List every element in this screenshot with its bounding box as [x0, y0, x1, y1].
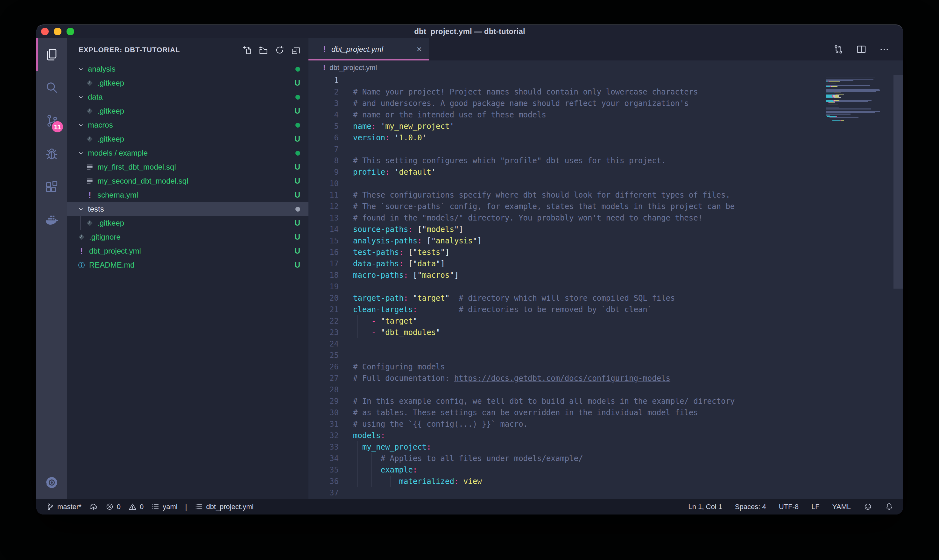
- collapse-folders-button[interactable]: [291, 45, 301, 55]
- new-file-button[interactable]: [242, 45, 252, 55]
- code-line-26[interactable]: 26# Configuring models: [308, 361, 903, 372]
- code-line-23[interactable]: 23 - "dbt_modules": [308, 327, 903, 338]
- status-problems-errors[interactable]: 0: [105, 502, 121, 511]
- code-line-20[interactable]: 20target-path: "target" # directory whic…: [308, 292, 903, 304]
- code-line-31[interactable]: 31# using the `{{ config(...) }}` macro.: [308, 418, 903, 430]
- code-line-32[interactable]: 32models:: [308, 430, 903, 441]
- code-line-11[interactable]: 11# These configurations specify where d…: [308, 189, 903, 201]
- indent-guide: [390, 476, 391, 487]
- new-folder-button[interactable]: [259, 45, 268, 55]
- tree-item-data[interactable]: data: [67, 90, 308, 104]
- code-line-1[interactable]: 1: [308, 75, 903, 86]
- tree-item-my-first-dbt-model-sql[interactable]: my_first_dbt_model.sqlU: [67, 160, 308, 174]
- code-line-16[interactable]: 16test-paths: ["tests"]: [308, 246, 903, 258]
- code-line-17[interactable]: 17data-paths: ["data"]: [308, 258, 903, 269]
- git-branch-icon: [46, 502, 54, 511]
- code-line-28[interactable]: 28: [308, 384, 903, 395]
- refresh-explorer-button[interactable]: [275, 45, 285, 55]
- tree-item-dbt-project-yml[interactable]: !dbt_project.ymlU: [67, 244, 308, 258]
- status-problems-warnings[interactable]: 0: [128, 502, 143, 511]
- status-publish-changes[interactable]: [89, 502, 98, 511]
- status-cursor-position[interactable]: Ln 1, Col 1: [688, 503, 722, 511]
- code-line-13[interactable]: 13# found in the "models/" directory. Yo…: [308, 212, 903, 224]
- code-line-36[interactable]: 36 materialized: view: [308, 476, 903, 487]
- code-line-25[interactable]: 25: [308, 350, 903, 361]
- status-encoding[interactable]: UTF-8: [779, 503, 799, 511]
- code-line-37[interactable]: 37: [308, 487, 903, 498]
- code-line-30[interactable]: 30# as tables. These settings can be ove…: [308, 407, 903, 418]
- code-line-34[interactable]: 34 # Applies to all files under models/e…: [308, 453, 903, 464]
- zoom-window-button[interactable]: [66, 28, 74, 35]
- status-notifications[interactable]: [885, 502, 893, 511]
- tree-item-schema-yml[interactable]: !schema.ymlU: [67, 188, 308, 202]
- minimap-line: [826, 78, 875, 78]
- activitybar-item-source-control[interactable]: 11: [36, 104, 67, 137]
- minimize-window-button[interactable]: [54, 28, 62, 35]
- code-line-19[interactable]: 19: [308, 281, 903, 292]
- code-line-8[interactable]: 8# This setting configures which "profil…: [308, 155, 903, 166]
- code-line-6[interactable]: 6version: '1.0.0': [308, 132, 903, 143]
- git-status-dot: [296, 95, 300, 100]
- explorer-sidebar: EXPLORER: DBT-TUTORIAL analysis.gitkeepU…: [67, 38, 308, 499]
- git-status-dot: [296, 151, 300, 155]
- code-line-3[interactable]: 3# and underscores. A good package name …: [308, 98, 903, 109]
- code-line-5[interactable]: 5name: 'my_new_project': [308, 121, 903, 132]
- tree-item-macros[interactable]: macros: [67, 118, 308, 132]
- code-line-33[interactable]: 33 my_new_project:: [308, 441, 903, 453]
- status-indentation[interactable]: Spaces: 4: [735, 503, 766, 511]
- tree-item-tests[interactable]: tests: [67, 202, 308, 216]
- yaml-warning-icon: !: [80, 246, 83, 255]
- status-language-mode[interactable]: YAML: [832, 503, 851, 511]
- tree-item-gitignore[interactable]: .gitignoreU: [67, 230, 308, 244]
- open-changes-button[interactable]: [833, 44, 844, 55]
- code-line-35[interactable]: 35 example:: [308, 464, 903, 476]
- breadcrumb[interactable]: ! dbt_project.yml: [308, 60, 903, 75]
- code-line-24[interactable]: 24: [308, 338, 903, 350]
- split-editor-button[interactable]: [856, 44, 867, 55]
- code-line-27[interactable]: 27# Full documentation: https://docs.get…: [308, 372, 903, 384]
- code-line-12[interactable]: 12# The `source-paths` config, for examp…: [308, 201, 903, 212]
- status-linter-yaml[interactable]: yaml: [151, 502, 177, 511]
- code-line-10[interactable]: 10: [308, 178, 903, 189]
- yaml-warning-icon: !: [88, 191, 91, 200]
- tab-dbt-project-yml[interactable]: ! dbt_project.yml ×: [308, 38, 429, 60]
- activitybar-item-debug[interactable]: [36, 137, 67, 170]
- code-line-7[interactable]: 7: [308, 143, 903, 155]
- status-git-branch-indicator[interactable]: master*: [46, 502, 82, 511]
- status-end-of-line[interactable]: LF: [811, 503, 820, 511]
- code-line-22[interactable]: 22 - "target": [308, 315, 903, 327]
- activitybar-item-settings[interactable]: [36, 466, 67, 499]
- more-actions-button[interactable]: [879, 44, 890, 55]
- line-number: 23: [308, 328, 339, 337]
- status-active-file[interactable]: dbt_project.yml: [194, 502, 253, 511]
- code-editor[interactable]: 12# Name your project! Project names sho…: [308, 75, 903, 499]
- tree-item-my-second-dbt-model-sql[interactable]: my_second_dbt_model.sqlU: [67, 174, 308, 188]
- code-line-18[interactable]: 18macro-paths: ["macros"]: [308, 269, 903, 281]
- status-feedback[interactable]: [864, 502, 872, 511]
- tree-item-gitkeep[interactable]: .gitkeepU: [67, 132, 308, 146]
- activitybar-item-extensions[interactable]: [36, 170, 67, 203]
- close-tab-icon[interactable]: ×: [412, 45, 422, 54]
- breadcrumb-item-file[interactable]: dbt_project.yml: [329, 64, 377, 72]
- activitybar-item-explorer[interactable]: [36, 38, 67, 71]
- code-line-21[interactable]: 21clean-targets: # directories to be rem…: [308, 304, 903, 315]
- tree-item-gitkeep[interactable]: .gitkeepU: [67, 76, 308, 90]
- code-line-29[interactable]: 29# In this example config, we tell dbt …: [308, 395, 903, 407]
- tree-item-gitkeep[interactable]: .gitkeepU: [67, 104, 308, 118]
- activitybar-item-docker[interactable]: [36, 203, 67, 236]
- code-line-14[interactable]: 14source-paths: ["models"]: [308, 224, 903, 235]
- tree-item-gitkeep[interactable]: .gitkeepU: [67, 216, 308, 230]
- tree-item-models-example[interactable]: models / example: [67, 146, 308, 160]
- code-line-4[interactable]: 4# name or the intended use of these mod…: [308, 109, 903, 121]
- scrollbar-thumb[interactable]: [893, 75, 903, 289]
- git-status-untracked: U: [295, 78, 300, 88]
- minimap-line: [826, 109, 871, 109]
- tree-item-readme-md[interactable]: README.mdU: [67, 258, 308, 272]
- code-line-15[interactable]: 15analysis-paths: ["analysis"]: [308, 235, 903, 246]
- search-icon: [45, 80, 59, 95]
- activitybar-item-search[interactable]: [36, 71, 67, 104]
- code-line-2[interactable]: 2# Name your project! Project names shou…: [308, 86, 903, 98]
- tree-item-analysis[interactable]: analysis: [67, 62, 308, 76]
- close-window-button[interactable]: [41, 28, 49, 35]
- code-line-9[interactable]: 9profile: 'default': [308, 166, 903, 178]
